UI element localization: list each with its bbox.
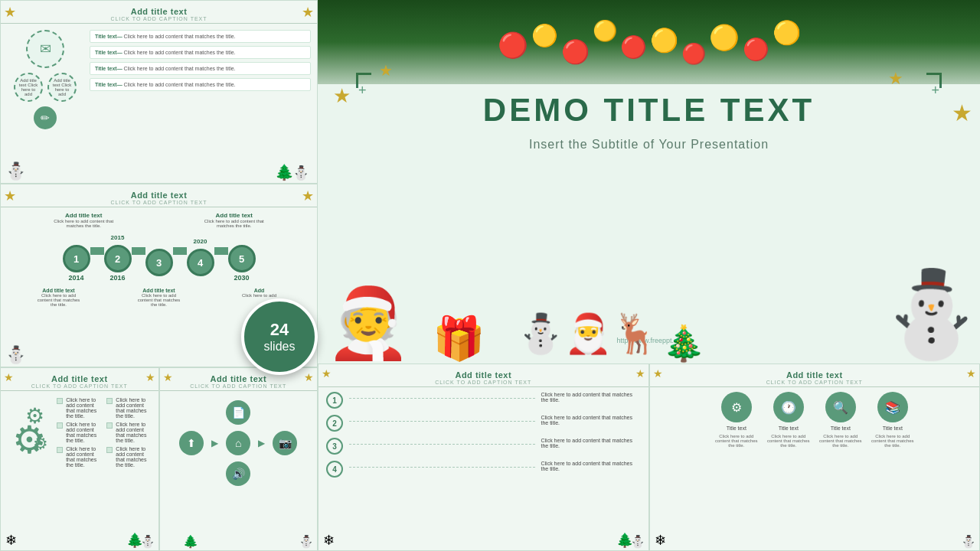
slide5-sub: CLICK TO ADD CAPTION TEXT	[318, 380, 648, 385]
gears-list-item-6: Click here to add content that matches t…	[106, 446, 152, 468]
slide-1[interactable]: ★ ★ Add title text CLICK TO ADD CAPTION …	[0, 0, 318, 184]
tbl-2: Add title text Click here to add content…	[136, 288, 182, 307]
timeline-node-3: 3	[145, 238, 173, 278]
slide2-header: Add title text CLICK TO ADD CAPTION TEXT	[1, 184, 317, 207]
snowman-s4: ⛄	[299, 534, 314, 549]
numbered-row-2: 2 Click here to add content that matches…	[326, 415, 641, 432]
snowman-right: ⛄	[879, 265, 980, 364]
dots-line-1	[349, 398, 535, 399]
list-item-4: Title text— Click here to add content th…	[90, 78, 311, 91]
num-circle-1: 1	[326, 392, 343, 409]
badge-label: slides	[264, 340, 296, 354]
slide1-header: Add title text CLICK TO ADD CAPTION TEXT	[1, 1, 317, 24]
pen-circle: ✏	[34, 106, 57, 129]
corner-star-s3-tl: ★	[4, 371, 14, 383]
gear-ci-icon: ⚙	[731, 400, 742, 415]
slide-3[interactable]: ★ ★ Add title text CLICK TO ADD CAPTION …	[0, 367, 159, 551]
list-item-2: Title text— Click here to add content th…	[90, 46, 311, 59]
snowflake-s6: ❄	[655, 532, 666, 549]
slide1-list: Title text— Click here to add content th…	[90, 30, 311, 129]
ci-desc-3: Click here to add content that matches t…	[818, 434, 864, 448]
ci-label-2: Title text	[779, 425, 799, 431]
slides-badge: 24 slides	[241, 298, 318, 375]
dots-line-4	[349, 467, 535, 468]
corner-star-s5-tr: ★	[635, 367, 645, 380]
gear-bullet-6	[106, 447, 113, 453]
circle-icons-content: ⚙ Title text Click here to add content t…	[650, 387, 980, 452]
circles-row: Add title text Click here to add Add tit…	[14, 73, 77, 102]
ball-gold-2: 🟡	[593, 19, 617, 43]
connector-2	[132, 247, 145, 255]
snowman-deco-2: ⛄	[292, 165, 309, 181]
ball-gold-3: 🟡	[650, 27, 678, 54]
gear-small-icon-2: ⚙	[33, 434, 48, 454]
slide-5[interactable]: ★ ★ Add title text CLICK TO ADD CAPTION …	[318, 364, 649, 551]
gears-list-item-1: Click here to add content that matches t…	[57, 397, 102, 419]
ball-red-2: 🔴	[561, 38, 590, 65]
corner-star-s2-tl: ★	[4, 187, 16, 204]
hero-title: DEMO TITLE TEXT	[318, 92, 980, 129]
hero-content: DEMO TITLE TEXT Insert the Subtitle of Y…	[318, 92, 980, 152]
connector-3	[173, 247, 187, 255]
snowflake-s5: ❄	[323, 532, 335, 549]
gears-list: Click here to add content that matches t…	[57, 397, 102, 468]
snowman-s3: ⛄	[140, 534, 155, 549]
ci-circle-3: 🔍	[825, 392, 856, 422]
gears-list-item-3: Click here to add content that matches t…	[57, 446, 102, 468]
ball-gold-1: 🟡	[531, 23, 558, 48]
corner-star-s5-tl: ★	[322, 367, 332, 380]
slide-4[interactable]: ★ ★ Add title text CLICK TO ADD CAPTION …	[159, 367, 318, 551]
star-hero-right-2: ★	[888, 69, 903, 89]
slide2-content: Add title text Click here to add content…	[1, 207, 317, 311]
pen-icon: ✏	[41, 112, 50, 124]
star-hero-2: ★	[379, 61, 393, 80]
dots-line-2	[349, 421, 535, 422]
timeline-top-labels: Add title text Click here to add content…	[8, 212, 309, 228]
corner-star-s4-tr: ★	[304, 371, 314, 383]
connector-1	[90, 247, 104, 255]
ball-gold-5: 🟡	[773, 19, 801, 46]
ci-label-1: Title text	[727, 425, 746, 431]
ci-circle-2: 🕐	[773, 392, 804, 422]
garland-row: 🔴 🟡 🔴 🟡 🔴 🟡 🔴 🟡 🔴 🟡	[318, 0, 980, 84]
corner-star-tl: ★	[4, 4, 16, 21]
slide1-content: ✉ Add title text Click here to add Add t…	[1, 24, 317, 135]
slide3-sub: CLICK TO ADD CAPTION TEXT	[1, 383, 158, 389]
gears-area: ⚙ ⚙ ⚙	[7, 397, 52, 468]
slide2-sub: CLICK TO ADD CAPTION TEXT	[1, 200, 317, 205]
slide2-title: Add title text	[1, 191, 317, 200]
icon-circle-home: ⌂	[226, 431, 250, 455]
slide4-title: Add title text	[160, 374, 318, 383]
numbered-row-4: 4 Click here to add content that matches…	[326, 461, 641, 478]
ci-group-3: 🔍 Title text Click here to add content t…	[818, 392, 864, 448]
num-circle-4: 4	[326, 461, 343, 478]
left-panel: ★ ★ Add title text CLICK TO ADD CAPTION …	[0, 0, 318, 551]
hero-slide[interactable]: 🔴 🟡 🔴 🟡 🔴 🟡 🔴 🟡 🔴 🟡 ★ ★ ★ ★	[318, 0, 980, 364]
slide-6[interactable]: ★ ★ Add title text CLICK TO ADD CAPTION …	[649, 364, 981, 551]
gear-bullet-2	[57, 422, 63, 429]
list-item-1: Title text— Click here to add content th…	[90, 30, 311, 43]
tbl-1: Add title text Click here to add content…	[36, 288, 82, 307]
timeline-node-1: 1 2014	[63, 234, 90, 282]
slide4-sub: CLICK TO ADD CAPTION TEXT	[160, 383, 318, 389]
gears-content: ⚙ ⚙ ⚙ Click here to add content that mat…	[1, 391, 158, 474]
gears-list-item-4: Click here to add content that matches t…	[106, 397, 152, 419]
home-icon: ⌂	[235, 437, 241, 449]
numbered-row-3: 3 Click here to add content that matches…	[326, 438, 641, 455]
gift-box: 🎁	[433, 314, 485, 364]
ball-red-5: 🔴	[743, 37, 769, 62]
icon-circle-bottom: 🔊	[226, 461, 250, 486]
tree-deco-1: 🌲	[275, 163, 294, 181]
snowman-s6: ⛄	[961, 534, 976, 549]
camera-icon: 📷	[279, 437, 292, 449]
icon-circle-top: 📄	[226, 400, 250, 425]
slide1-circles: ✉ Add title text Click here to add Add t…	[7, 30, 83, 129]
hero-subtitle: Insert the Subtitle of Your Presentation	[318, 138, 980, 152]
circle-sm-2: Add title text Click here to add	[47, 73, 77, 102]
book-ci-icon: 📚	[885, 400, 900, 415]
star-hero-right: ★	[952, 99, 972, 126]
right-panel: 🔴 🟡 🔴 🟡 🔴 🟡 🔴 🟡 🔴 🟡 ★ ★ ★ ★	[318, 0, 980, 551]
slide3-title: Add title text	[1, 374, 158, 383]
timeline-node-5: 5 2030	[228, 234, 256, 282]
document-icon: 📄	[232, 406, 245, 419]
